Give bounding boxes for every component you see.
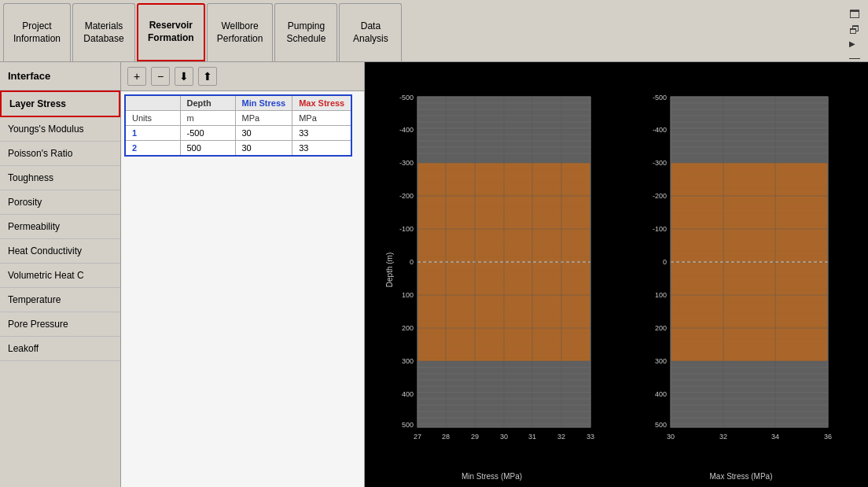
arrow-icon[interactable]: ▶ [849,39,860,48]
svg-text:31: 31 [528,433,535,441]
table-row: 1 -500 30 33 [125,126,351,141]
max-stress-unit[interactable]: MPa [292,111,352,126]
charts-row: -500 -400 -300 -200 -100 0 100 200 300 4… [371,68,862,481]
chart-area: -500 -400 -300 -200 -100 0 100 200 300 4… [365,62,868,487]
sidebar-item-toughness[interactable]: Toughness [0,166,120,190]
table-row: 2 500 30 33 [125,141,351,157]
window-controls: 🗖 🗗 ▶ — [844,3,865,61]
maximize-icon[interactable]: 🗖 [849,8,860,20]
row-1-depth[interactable]: -500 [180,126,235,141]
main-layout: Interface Layer Stress Youngs's Modulus … [0,62,868,487]
table-area: Depth Min Stress Max Stress Units m MPa … [121,91,364,487]
restore-icon[interactable]: 🗗 [849,24,860,36]
svg-text:29: 29 [470,433,478,441]
sidebar-item-porosity[interactable]: Porosity [0,190,120,215]
tab-project-info[interactable]: ProjectInformation [3,3,71,61]
svg-text:Depth (m): Depth (m) [386,252,394,286]
tab-materials-db[interactable]: MaterialsDatabase [72,3,135,61]
col-header-depth: Depth [180,95,235,111]
remove-button[interactable]: − [151,67,170,86]
sidebar-item-heat-conductivity[interactable]: Heat Conductivity [0,239,120,264]
sidebar-item-permeability[interactable]: Permeability [0,215,120,239]
svg-text:32: 32 [719,433,726,441]
depth-unit[interactable]: m [180,111,235,126]
chart2-xlabel: Max Stress (MPa) [709,472,772,481]
tab-data-analysis[interactable]: DataAnalysis [339,3,402,61]
svg-text:36: 36 [823,433,831,441]
tab-wellbore-perf[interactable]: WellborePerforation [207,3,274,61]
sidebar-item-temperature[interactable]: Temperature [0,288,120,312]
svg-text:-200: -200 [652,192,666,200]
svg-text:500: 500 [401,421,413,429]
svg-text:-100: -100 [652,225,666,233]
toolbar: + − ⬇ ⬆ [121,62,364,91]
svg-text:-400: -400 [399,126,413,134]
top-tab-bar: ProjectInformation MaterialsDatabase Res… [0,0,868,62]
sidebar-item-poissons-ratio[interactable]: Poisson's Ratio [0,142,120,166]
sidebar: Interface Layer Stress Youngs's Modulus … [0,62,121,487]
svg-text:33: 33 [586,433,594,441]
row-1-min-stress[interactable]: 30 [235,126,292,141]
svg-text:-400: -400 [652,126,666,134]
svg-text:0: 0 [662,258,666,266]
svg-text:30: 30 [666,433,674,441]
chart-min-stress: -500 -400 -300 -200 -100 0 100 200 300 4… [371,68,612,481]
svg-text:28: 28 [441,433,449,441]
svg-text:300: 300 [654,357,666,365]
svg-text:200: 200 [654,324,666,332]
svg-text:-300: -300 [652,159,666,167]
row-1-max-stress[interactable]: 33 [292,126,352,141]
row-2-max-stress[interactable]: 33 [292,141,352,157]
chart-min-stress-svg: -500 -400 -300 -200 -100 0 100 200 300 4… [386,89,598,451]
svg-text:30: 30 [499,433,507,441]
svg-text:27: 27 [413,433,421,441]
row-2-min-stress[interactable]: 30 [235,141,292,157]
svg-text:-500: -500 [652,94,666,101]
sidebar-item-youngs-modulus[interactable]: Youngs's Modulus [0,117,120,142]
row-2-num: 2 [125,141,180,157]
col-header-empty [125,95,180,111]
svg-text:-100: -100 [399,225,413,233]
chart-min-stress-svg-wrapper: -500 -400 -300 -200 -100 0 100 200 300 4… [371,68,612,470]
svg-text:-300: -300 [399,159,413,167]
download-button[interactable]: ⬇ [175,67,193,86]
chart-max-stress: -500 -400 -300 -200 -100 0 100 200 300 4… [620,68,862,481]
svg-text:400: 400 [654,390,666,398]
sidebar-interface-header: Interface [0,62,120,90]
upload-button[interactable]: ⬆ [198,67,217,86]
svg-text:34: 34 [771,433,778,441]
units-row: Units m MPa MPa [125,111,351,126]
layer-stress-table: Depth Min Stress Max Stress Units m MPa … [124,94,352,157]
chart1-xlabel: Min Stress (MPa) [462,472,522,481]
svg-text:200: 200 [401,324,413,332]
svg-text:-500: -500 [399,94,413,101]
svg-text:100: 100 [654,291,666,299]
svg-text:500: 500 [654,421,666,429]
sidebar-item-pore-pressure[interactable]: Pore Pressure [0,312,120,337]
col-header-max-stress: Max Stress [292,95,352,111]
svg-text:100: 100 [401,291,413,299]
center-content: + − ⬇ ⬆ Depth Min Stress Max Stress Unit… [121,62,365,487]
svg-text:0: 0 [409,258,413,266]
sidebar-item-volumetric-heat[interactable]: Volumetric Heat C [0,264,120,288]
sidebar-item-layer-stress[interactable]: Layer Stress [0,90,120,117]
svg-text:-200: -200 [399,192,413,200]
row-1-num: 1 [125,126,180,141]
svg-text:300: 300 [401,357,413,365]
tab-reservoir-formation[interactable]: ReservoirFormation [137,3,205,61]
svg-text:32: 32 [557,433,565,441]
chart-max-stress-svg-wrapper: -500 -400 -300 -200 -100 0 100 200 300 4… [620,68,862,470]
min-stress-unit[interactable]: MPa [235,111,292,126]
row-2-depth[interactable]: 500 [180,141,235,157]
tab-pumping-schedule[interactable]: PumpingSchedule [274,3,337,61]
interface-label: Interface [8,70,50,82]
col-header-min-stress: Min Stress [235,95,292,111]
add-button[interactable]: + [127,67,146,86]
sidebar-item-leakoff[interactable]: Leakoff [0,337,120,361]
units-label: Units [125,111,180,126]
chart-max-stress-svg: -500 -400 -300 -200 -100 0 100 200 300 4… [647,89,836,451]
svg-text:400: 400 [401,390,413,398]
